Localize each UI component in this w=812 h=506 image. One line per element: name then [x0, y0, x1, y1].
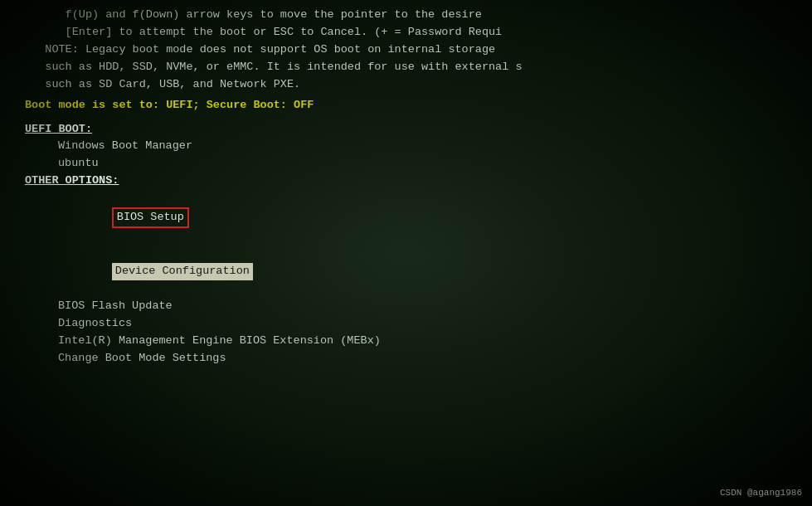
info-line-5: such as SD Card, USB, and Network PXE. [25, 76, 787, 94]
boot-mode-status: Boot mode is set to: UEFI; Secure Boot: … [25, 97, 787, 114]
bios-setup-label[interactable]: BIOS Setup [112, 207, 189, 228]
other-item-boot-mode-settings[interactable]: Change Boot Mode Settings [25, 350, 787, 367]
other-options-section: OTHER OPTIONS: BIOS Setup Device Configu… [25, 173, 787, 367]
bios-content: f(Up) and f(Down) arrow keys to move the… [0, 0, 812, 375]
info-line-3: NOTE: Legacy boot mode does not support … [25, 41, 787, 59]
info-line-4: such as HDD, SSD, NVMe, or eMMC. It is i… [25, 59, 787, 76]
other-item-mebx[interactable]: Intel(R) Management Engine BIOS Extensio… [25, 333, 787, 350]
bios-screen: f(Up) and f(Down) arrow keys to move the… [0, 0, 812, 506]
uefi-item-windows[interactable]: Windows Boot Manager [25, 138, 787, 155]
uefi-boot-section: UEFI BOOT: Windows Boot Manager ubuntu [25, 121, 787, 173]
info-section: f(Up) and f(Down) arrow keys to move the… [25, 7, 787, 94]
info-line-2: [Enter] to attempt the boot or ESC to Ca… [25, 24, 787, 41]
other-item-bios-flash[interactable]: BIOS Flash Update [25, 298, 787, 315]
other-item-bios-setup[interactable]: BIOS Setup [25, 190, 787, 246]
other-item-device-config[interactable]: Device Configuration [25, 246, 787, 298]
watermark: CSDN @agang1986 [720, 488, 802, 498]
other-options-header: OTHER OPTIONS: [25, 173, 787, 190]
info-line-1: f(Up) and f(Down) arrow keys to move the… [25, 7, 787, 24]
other-item-diagnostics[interactable]: Diagnostics [25, 315, 787, 333]
uefi-boot-header: UEFI BOOT: [25, 121, 787, 139]
device-config-label[interactable]: Device Configuration [112, 263, 253, 280]
uefi-item-ubuntu[interactable]: ubuntu [25, 155, 787, 173]
